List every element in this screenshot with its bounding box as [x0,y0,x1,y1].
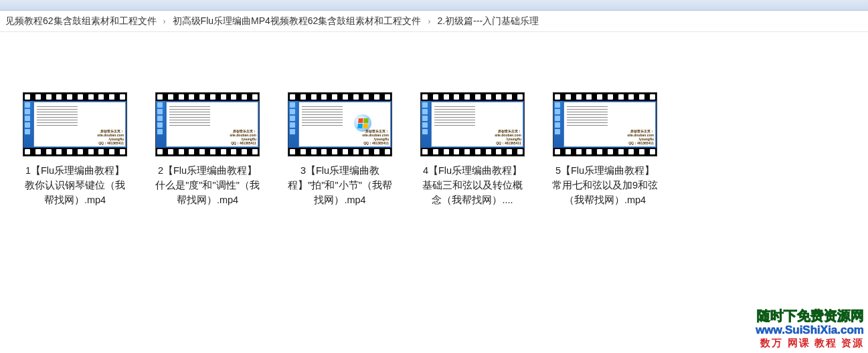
file-item[interactable]: 原创音乐主页： site.douban.com /youngflu QQ：461… [21,92,128,207]
video-thumbnail: 原创音乐主页： site.douban.com /youngflu QQ：461… [23,92,127,156]
breadcrumb-item-1[interactable]: 初高级Flu乐理编曲MP4视频教程62集含鼓组素材和工程文件 [173,15,422,27]
thumb-watermark: 原创音乐主页： site.douban.com /youngflu QQ：461… [230,129,256,145]
file-item[interactable]: 原创音乐主页： site.douban.com /youngflu QQ：461… [419,92,526,207]
file-name: 4【Flu乐理编曲教程】基础三和弦以及转位概念（我帮找网）.... [419,163,526,207]
breadcrumb-item-0[interactable]: 见频教程62集含鼓组素材和工程文件 [5,15,157,27]
thumb-watermark: 原创音乐主页： site.douban.com /youngflu QQ：461… [97,129,124,145]
filmstrip [156,148,259,156]
thumb-watermark: 原创音乐主页： site.douban.com /youngflu QQ：461… [495,129,521,145]
file-name: 1【Flu乐理编曲教程】教你认识钢琴键位（我帮找网）.mp4 [21,163,128,207]
breadcrumb-item-2[interactable]: 2.初级篇---入门基础乐理 [437,15,539,27]
site-watermark: 随时下免费资源网 www.SuiShiXia.com 数万 网课 教程 资源 [756,308,864,349]
file-name: 3【Flu乐理编曲教程】"拍"和"小节"（我帮找网）.mp4 [286,163,394,207]
file-name: 2【Flu乐理编曲教程】什么是"度"和"调性"（我帮找网）.mp4 [154,163,261,207]
file-grid: 原创音乐主页： site.douban.com /youngflu QQ：461… [0,32,868,207]
filmstrip [23,93,126,101]
file-name: 5【Flu乐理编曲教程】常用七和弦以及加9和弦（我帮找网）.mp4 [551,163,659,207]
video-frame: 原创音乐主页： site.douban.com /youngflu QQ：461… [288,101,392,148]
watermark-title: 随时下免费资源网 [756,308,864,324]
filmstrip [156,93,259,101]
video-thumbnail: 原创音乐主页： site.douban.com /youngflu QQ：461… [288,92,392,156]
watermark-tag: 数万 网课 教程 资源 [756,337,864,349]
video-frame: 原创音乐主页： site.douban.com /youngflu QQ：461… [421,101,524,148]
filmstrip [553,93,657,101]
thumb-watermark: 原创音乐主页： site.douban.com /youngflu QQ：461… [627,129,654,145]
file-item[interactable]: 原创音乐主页： site.douban.com /youngflu QQ：461… [286,92,394,207]
breadcrumb: 见频教程62集含鼓组素材和工程文件 › 初高级Flu乐理编曲MP4视频教程62集… [0,11,868,32]
video-frame: 原创音乐主页： site.douban.com /youngflu QQ：461… [553,101,657,148]
filmstrip [288,148,392,156]
video-thumbnail: 原创音乐主页： site.douban.com /youngflu QQ：461… [420,92,525,156]
filmstrip [23,148,126,156]
file-item[interactable]: 原创音乐主页： site.douban.com /youngflu QQ：461… [551,92,659,207]
video-frame: 原创音乐主页： site.douban.com /youngflu QQ：461… [23,101,126,148]
file-item[interactable]: 原创音乐主页： site.douban.com /youngflu QQ：461… [154,92,261,207]
chevron-right-icon: › [428,17,430,26]
watermark-url: www.SuiShiXia.com [756,324,864,337]
video-thumbnail: 原创音乐主页： site.douban.com /youngflu QQ：461… [553,92,657,156]
video-thumbnail: 原创音乐主页： site.douban.com /youngflu QQ：461… [155,92,260,156]
filmstrip [553,148,657,156]
filmstrip [421,148,524,156]
filmstrip [288,93,392,101]
window-titlebar-strip [0,0,868,11]
video-frame: 原创音乐主页： site.douban.com /youngflu QQ：461… [156,101,259,148]
thumb-watermark: 原创音乐主页： site.douban.com /youngflu QQ：461… [362,129,389,145]
chevron-right-icon: › [163,17,166,26]
filmstrip [421,93,524,101]
